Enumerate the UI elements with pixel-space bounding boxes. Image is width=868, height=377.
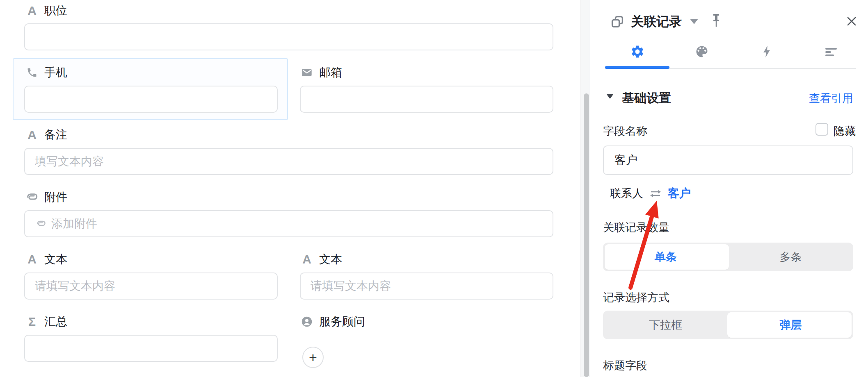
field-label-text: 手机 [44, 65, 67, 80]
tab-style[interactable] [670, 42, 735, 63]
field-label-text: 文本 [319, 252, 342, 267]
linked-record-icon [610, 15, 624, 30]
field-name-label: 字段名称 [603, 124, 647, 139]
option-popup[interactable]: 弹层 [728, 311, 853, 339]
title-field-label: 标题字段 [603, 358, 647, 373]
add-member-button[interactable]: + [302, 347, 324, 368]
active-tab-underline [605, 66, 669, 69]
annotation-arrow [615, 196, 673, 294]
form-canvas: A 职位 手机 邮箱 A 备注 [0, 0, 580, 377]
form-designer: A 职位 手机 邮箱 A 备注 [0, 0, 868, 377]
field-label-position: A 职位 [25, 2, 67, 19]
field-label-text: 汇总 [44, 314, 67, 329]
attachment-placeholder: 添加附件 [51, 216, 97, 232]
field-label-text: 邮箱 [319, 65, 342, 80]
email-input[interactable] [300, 86, 553, 113]
remark-input[interactable] [24, 148, 553, 175]
sort-lines-icon [824, 44, 838, 61]
field-label-text: 附件 [44, 189, 67, 205]
option-dropdown[interactable]: 下拉框 [603, 311, 728, 339]
text-field-icon: A [25, 128, 39, 142]
field-label-text: 服务顾问 [319, 314, 365, 329]
panel-tabs [605, 42, 863, 63]
attachment-dropzone[interactable]: 添加附件 [24, 210, 553, 237]
section-title: 基础设置 [622, 90, 671, 107]
field-label-text: 备注 [44, 127, 67, 143]
text1-input[interactable] [24, 273, 278, 300]
settings-panel: 关联记录 [590, 0, 868, 377]
lightning-icon [760, 45, 774, 60]
gear-icon [630, 44, 645, 61]
paperclip-icon [36, 218, 46, 229]
panel-title: 关联记录 [631, 13, 682, 30]
field-label-attachment: 附件 [25, 189, 67, 205]
sigma-icon: Σ [25, 315, 39, 329]
option-multiple[interactable]: 多条 [728, 243, 853, 271]
section-collapse-icon[interactable] [606, 94, 614, 99]
field-label-text: 文本 [44, 252, 67, 267]
field-label-email: 邮箱 [299, 64, 342, 81]
tab-settings[interactable] [605, 42, 670, 63]
hide-checkbox-label: 隐藏 [834, 124, 856, 139]
mobile-input[interactable] [24, 86, 278, 113]
field-label-text1: A 文本 [25, 251, 67, 268]
mail-icon [299, 67, 314, 78]
select-mode-segmented: 下拉框 弹层 [603, 311, 853, 339]
paperclip-icon [25, 191, 39, 204]
field-label-summary: Σ 汇总 [25, 313, 67, 330]
tab-events[interactable] [734, 42, 799, 63]
phone-icon [25, 67, 39, 78]
field-label-remark: A 备注 [25, 127, 67, 143]
palette-icon [694, 44, 709, 61]
close-icon[interactable] [845, 15, 858, 30]
field-name-input[interactable] [603, 145, 853, 175]
field-label-mobile: 手机 [25, 64, 67, 81]
hide-checkbox[interactable] [815, 123, 828, 136]
field-label-text: 职位 [44, 3, 67, 18]
position-input[interactable] [24, 23, 553, 50]
pin-icon[interactable] [710, 13, 722, 30]
text2-input[interactable] [300, 273, 553, 300]
tab-advanced[interactable] [799, 42, 864, 63]
scrollbar-thumb[interactable] [584, 93, 589, 377]
chevron-down-icon[interactable] [690, 19, 698, 24]
field-label-advisor: 服务顾问 [299, 313, 365, 330]
field-label-text2: A 文本 [299, 251, 342, 268]
view-reference-link[interactable]: 查看引用 [809, 91, 853, 106]
summary-input[interactable] [24, 335, 278, 362]
text-field-icon: A [25, 4, 39, 18]
text-field-icon: A [299, 252, 314, 266]
person-icon [299, 316, 314, 327]
text-field-icon: A [25, 252, 39, 266]
